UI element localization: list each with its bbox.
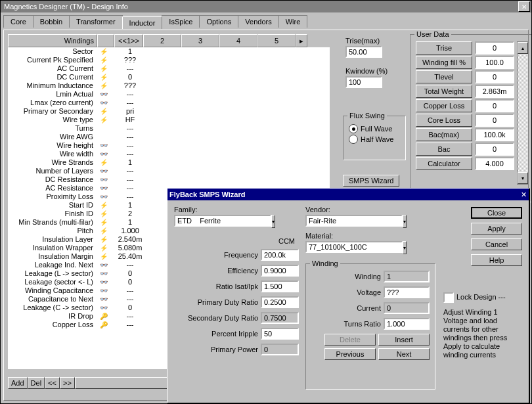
tab-core[interactable]: Core bbox=[3, 15, 33, 28]
row-icon bbox=[96, 133, 112, 141]
row-icon: ⚡ bbox=[96, 47, 112, 56]
row-icon: 👓 bbox=[96, 184, 112, 192]
row-icon: 👓 bbox=[96, 167, 112, 175]
turns-ratio-input[interactable] bbox=[384, 318, 430, 330]
user-data-scrollbar[interactable]: ▴ ▾ bbox=[517, 41, 529, 185]
scroll-right-icon[interactable]: ▸ bbox=[296, 34, 307, 47]
table-row[interactable]: Current Pk Specified⚡??? bbox=[8, 56, 330, 64]
material-combo[interactable]: ▾ bbox=[305, 241, 404, 254]
primary-duty-input[interactable] bbox=[261, 296, 299, 308]
scroll-down-icon[interactable]: ▾ bbox=[518, 172, 528, 184]
tab-options[interactable]: Options bbox=[199, 15, 238, 28]
table-row[interactable]: Lmin Actual👓--- bbox=[8, 90, 330, 99]
table-row[interactable]: Wire Strands⚡1 bbox=[8, 158, 330, 167]
full-wave-radio[interactable]: Full Wave bbox=[349, 124, 400, 133]
table-row[interactable]: Turns--- bbox=[8, 124, 330, 133]
next-button[interactable]: >> bbox=[60, 377, 75, 389]
tab-isspice[interactable]: IsSpice bbox=[162, 15, 200, 28]
table-row[interactable]: Primary or Secondary⚡pri bbox=[8, 107, 330, 116]
family-combo[interactable]: ▾ bbox=[174, 215, 266, 228]
window-titlebar: Magnetics Designer (TM) - Design Info ✕ bbox=[1, 1, 531, 12]
voltage-input[interactable] bbox=[384, 286, 430, 298]
dialog-close-icon[interactable]: ✕ bbox=[521, 191, 527, 199]
tab-wire[interactable]: Wire bbox=[278, 15, 308, 28]
close-button[interactable]: Close bbox=[471, 207, 522, 219]
efficiency-input[interactable] bbox=[261, 265, 299, 277]
row-icon: ⚡ bbox=[96, 116, 112, 124]
dialog-titlebar[interactable]: FlyBack SMPS Wizard ✕ bbox=[167, 189, 529, 200]
hint-text: Adjust Winding 1 Voltage and load curren… bbox=[443, 308, 522, 359]
table-row[interactable]: Number of Layers👓--- bbox=[8, 167, 330, 175]
row-icon: ⚡ bbox=[96, 73, 112, 81]
row-icon: ⚡ bbox=[96, 81, 112, 90]
row-icon: 👓 bbox=[96, 175, 112, 184]
table-row[interactable]: Wire AWG--- bbox=[8, 133, 330, 141]
chevron-down-icon[interactable]: ▾ bbox=[271, 215, 275, 228]
col-header-2[interactable]: 2 bbox=[143, 34, 181, 47]
user-data-row: Bac0 bbox=[416, 143, 514, 156]
table-row[interactable]: AC Current⚡--- bbox=[8, 64, 330, 73]
user-data-row: Calculator4.000 bbox=[416, 157, 514, 170]
next-winding-button[interactable]: Next bbox=[378, 348, 430, 360]
lock-design-checkbox[interactable]: Lock Design --- bbox=[443, 292, 522, 303]
table-row[interactable]: Wire type⚡HF bbox=[8, 116, 330, 124]
tab-bobbin[interactable]: Bobbin bbox=[33, 15, 70, 28]
delete-button[interactable]: Delete bbox=[324, 334, 376, 346]
smps-wizard-button[interactable]: SMPS Wizard bbox=[343, 175, 399, 187]
col-header-5[interactable]: 5 bbox=[257, 34, 296, 47]
table-row[interactable]: Lmax (zero current)👓--- bbox=[8, 99, 330, 107]
row-icon: 👓 bbox=[96, 303, 112, 312]
row-icon: ⚡ bbox=[96, 235, 112, 244]
del-button[interactable]: Del bbox=[28, 377, 45, 389]
user-data-row: Winding fill %100.0 bbox=[416, 56, 514, 69]
table-row[interactable]: Wire width👓--- bbox=[8, 150, 330, 158]
apply-button[interactable]: Apply bbox=[471, 223, 522, 235]
col-header-3[interactable]: 3 bbox=[181, 34, 219, 47]
chevron-down-icon[interactable]: ▾ bbox=[403, 215, 407, 228]
col-header-4[interactable]: 4 bbox=[219, 34, 257, 47]
chevron-down-icon[interactable]: ▾ bbox=[403, 241, 407, 254]
tab-strip: CoreBobbinTransformerInductorIsSpiceOpti… bbox=[1, 12, 531, 28]
tab-transformer[interactable]: Transformer bbox=[69, 15, 123, 28]
help-button[interactable]: Help bbox=[471, 254, 522, 266]
table-row[interactable]: Sector⚡1 bbox=[8, 47, 330, 56]
row-icon: ⚡ bbox=[96, 218, 112, 227]
secondary-duty-input bbox=[261, 312, 299, 324]
col-header-icon[interactable] bbox=[97, 34, 114, 47]
table-row[interactable]: Minimum Inductance⚡??? bbox=[8, 81, 330, 90]
trise-max-input[interactable] bbox=[345, 46, 382, 58]
previous-button[interactable]: Previous bbox=[324, 348, 376, 360]
user-data-row: Tlevel0 bbox=[416, 70, 514, 83]
row-icon: 👓 bbox=[96, 261, 112, 269]
table-row[interactable]: DC Current⚡0 bbox=[8, 73, 330, 81]
vendor-combo[interactable]: ▾ bbox=[305, 215, 404, 228]
row-icon: 👓 bbox=[96, 295, 112, 303]
close-icon[interactable]: ✕ bbox=[518, 1, 530, 12]
flux-swing-legend: Flux Swing bbox=[347, 112, 387, 120]
ccm-label: CCM bbox=[174, 237, 299, 245]
table-row[interactable]: Wire height👓--- bbox=[8, 141, 330, 150]
flux-swing-group: Flux Swing Full Wave Half Wave bbox=[343, 116, 406, 160]
tab-vendors[interactable]: Vendors bbox=[238, 15, 278, 28]
insert-button[interactable]: Insert bbox=[378, 334, 430, 346]
percent-iripple-input[interactable] bbox=[261, 328, 299, 340]
user-data-legend: User Data bbox=[414, 30, 451, 38]
kwindow-input[interactable] bbox=[345, 76, 382, 88]
winding-group: Winding Winding Voltage Current Turns Ra… bbox=[305, 263, 435, 390]
ratio-input[interactable] bbox=[261, 281, 299, 292]
half-wave-radio[interactable]: Half Wave bbox=[349, 135, 400, 144]
primary-power-input bbox=[261, 344, 299, 355]
row-icon: 🔑 bbox=[96, 321, 112, 329]
col-header-nav[interactable]: <<1>> bbox=[114, 34, 143, 47]
tab-inductor[interactable]: Inductor bbox=[122, 16, 163, 29]
row-icon: 👓 bbox=[96, 99, 112, 107]
add-button[interactable]: Add bbox=[8, 377, 28, 389]
cancel-button[interactable]: Cancel bbox=[471, 238, 522, 250]
row-icon: ⚡ bbox=[96, 64, 112, 73]
frequency-input[interactable] bbox=[261, 249, 299, 261]
table-row[interactable]: DC Resistance👓--- bbox=[8, 175, 330, 184]
prev-button[interactable]: << bbox=[45, 377, 60, 389]
col-header-windings[interactable]: Windings bbox=[8, 34, 97, 47]
row-icon: 👓 bbox=[96, 278, 112, 286]
scroll-up-icon[interactable]: ▴ bbox=[518, 42, 528, 54]
